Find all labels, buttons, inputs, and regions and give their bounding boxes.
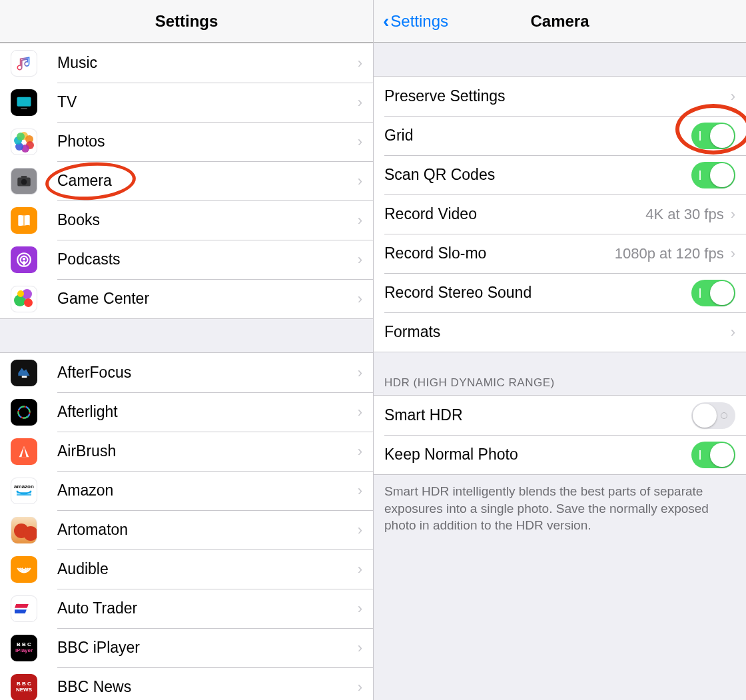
- settings-row-autotrader[interactable]: Auto Trader›: [0, 589, 373, 628]
- camera-row-record-slo-mo[interactable]: Record Slo-mo1080p at 120 fps›: [374, 234, 746, 273]
- game-center-icon: [11, 286, 37, 312]
- settings-row-label: Books: [57, 211, 358, 229]
- settings-title: Settings: [155, 12, 218, 31]
- row-label: Keep Normal Photo: [384, 446, 691, 464]
- afterlight-icon: [11, 399, 37, 426]
- row-label: Scan QR Codes: [384, 166, 691, 184]
- row-label: Record Stereo Sound: [384, 284, 691, 302]
- camera-pane: ‹ Settings Camera Preserve Settings›Grid…: [373, 0, 746, 700]
- settings-row-label: Photos: [57, 133, 358, 151]
- chevron-right-icon: ›: [358, 290, 362, 308]
- row-label: Preserve Settings: [384, 87, 731, 105]
- chevron-right-icon: ›: [358, 212, 362, 229]
- chevron-right-icon: ›: [358, 600, 362, 617]
- camera-row-record-video[interactable]: Record Video4K at 30 fps›: [374, 194, 746, 234]
- svg-rect-14: [15, 609, 27, 613]
- svg-point-12: [16, 404, 32, 420]
- settings-header: Settings: [0, 0, 373, 43]
- hdr-section-header: HDR (HIGH DYNAMIC RANGE): [374, 352, 746, 395]
- svg-rect-4: [21, 175, 27, 177]
- chevron-right-icon: ›: [358, 364, 362, 382]
- svg-rect-13: [15, 604, 29, 608]
- svg-rect-1: [21, 108, 27, 109]
- tv-icon: [11, 89, 37, 116]
- grid-toggle[interactable]: [691, 123, 735, 149]
- chevron-right-icon: ›: [731, 245, 735, 262]
- settings-row-label: Amazon: [57, 482, 358, 500]
- settings-row-bbcnews[interactable]: B B CNEWSBBC News›: [0, 667, 373, 700]
- settings-row-books[interactable]: Books›: [0, 200, 373, 240]
- settings-group-apple: Music›TV›Photos›Camera›Books›Podcasts›Ga…: [0, 43, 373, 319]
- chevron-right-icon: ›: [358, 679, 362, 696]
- settings-row-bbciplayer[interactable]: B B CiPlayerBBC iPlayer›: [0, 628, 373, 667]
- photos-icon: [11, 129, 37, 155]
- chevron-right-icon: ›: [358, 522, 362, 539]
- settings-row-tv[interactable]: TV›: [0, 83, 373, 122]
- chevron-right-icon: ›: [358, 639, 362, 657]
- settings-row-amazon[interactable]: amazonAmazon›: [0, 471, 373, 510]
- row-label: Formats: [384, 323, 731, 341]
- chevron-right-icon: ›: [731, 324, 735, 341]
- chevron-right-icon: ›: [358, 561, 362, 578]
- settings-row-label: Game Center: [57, 290, 358, 308]
- camera-row-smart-hdr: Smart HDR: [374, 396, 746, 435]
- camera-row-keep-normal-photo: Keep Normal Photo: [374, 435, 746, 474]
- chevron-right-icon: ›: [358, 173, 362, 190]
- settings-row-podcasts[interactable]: Podcasts›: [0, 240, 373, 279]
- airbrush-icon: [11, 438, 37, 465]
- chevron-right-icon: ›: [731, 88, 735, 105]
- podcasts-icon: [11, 246, 37, 273]
- settings-row-camera[interactable]: Camera›: [0, 161, 373, 200]
- bbc-iplayer-icon: B B CiPlayer: [11, 635, 37, 661]
- settings-row-music[interactable]: Music›: [0, 43, 373, 83]
- hdr-settings-group: Smart HDRKeep Normal Photo: [374, 395, 746, 475]
- amazon-icon: amazon: [11, 478, 37, 504]
- chevron-right-icon: ›: [731, 206, 735, 223]
- settings-pane: Settings Music›TV›Photos›Camera›Books›Po…: [0, 0, 373, 700]
- scan-qr-codes-toggle[interactable]: [691, 162, 735, 188]
- settings-row-audible[interactable]: Audible›: [0, 549, 373, 589]
- music-icon: [11, 50, 37, 77]
- settings-row-artomaton[interactable]: Artomaton›: [0, 510, 373, 549]
- settings-row-label: AirBrush: [57, 442, 358, 460]
- settings-row-photos[interactable]: Photos›: [0, 122, 373, 161]
- row-label: Record Video: [384, 205, 645, 223]
- settings-row-label: AfterFocus: [57, 364, 358, 382]
- chevron-right-icon: ›: [358, 482, 362, 500]
- settings-row-gamecenter[interactable]: Game Center›: [0, 279, 373, 318]
- settings-row-label: Podcasts: [57, 250, 358, 268]
- chevron-right-icon: ›: [358, 404, 362, 421]
- chevron-right-icon: ›: [358, 443, 362, 460]
- camera-title: Camera: [530, 12, 589, 31]
- chevron-right-icon: ›: [358, 133, 362, 151]
- chevron-right-icon: ›: [358, 94, 362, 111]
- chevron-right-icon: ›: [358, 55, 362, 72]
- settings-group-thirdparty: AfterFocus›Afterlight›AirBrush›amazonAma…: [0, 352, 373, 700]
- settings-row-label: Camera: [57, 172, 358, 190]
- svg-rect-0: [17, 97, 31, 106]
- svg-point-3: [21, 178, 27, 184]
- settings-row-label: Music: [57, 54, 358, 72]
- camera-icon: [11, 168, 37, 194]
- settings-row-afterfocus[interactable]: AfterFocus›: [0, 353, 373, 392]
- section-gap: [374, 43, 746, 76]
- section-gap: [0, 319, 373, 352]
- smart-hdr-toggle[interactable]: [691, 402, 735, 429]
- settings-row-label: Artomaton: [57, 521, 358, 539]
- camera-row-scan-qr-codes: Scan QR Codes: [374, 155, 746, 194]
- camera-row-formats[interactable]: Formats›: [374, 312, 746, 352]
- settings-row-airbrush[interactable]: AirBrush›: [0, 432, 373, 471]
- settings-row-afterlight[interactable]: Afterlight›: [0, 392, 373, 432]
- svg-point-8: [23, 257, 25, 260]
- camera-header: ‹ Settings Camera: [374, 0, 746, 43]
- back-label: Settings: [390, 12, 448, 31]
- camera-row-preserve-settings[interactable]: Preserve Settings›: [374, 77, 746, 116]
- camera-row-grid: Grid: [374, 116, 746, 155]
- record-stereo-sound-toggle[interactable]: [691, 280, 735, 306]
- keep-normal-photo-toggle[interactable]: [691, 442, 735, 468]
- settings-row-label: Audible: [57, 560, 358, 578]
- back-button[interactable]: ‹ Settings: [383, 0, 448, 42]
- camera-row-record-stereo-sound: Record Stereo Sound: [374, 273, 746, 312]
- bbc-news-icon: B B CNEWS: [11, 674, 37, 701]
- settings-row-label: BBC iPlayer: [57, 639, 358, 657]
